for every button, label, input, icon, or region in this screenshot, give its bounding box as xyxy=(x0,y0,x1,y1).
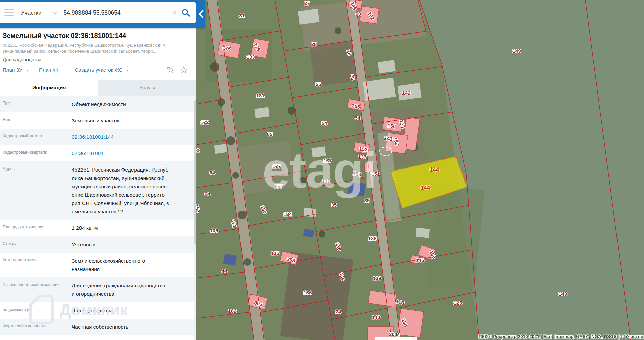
info-label: Вид: xyxy=(0,112,69,129)
menu-icon[interactable] xyxy=(4,9,14,16)
parcel-label[interactable]: 28 xyxy=(311,41,317,47)
parcel-label[interactable]: 55 xyxy=(316,81,321,87)
info-label: Разрешенное использование: xyxy=(0,277,69,302)
parcel-label[interactable]: 156 xyxy=(387,122,396,129)
info-value: 452251, Российская Федерация, Респуб лик… xyxy=(69,161,196,220)
scale-label: 30 м xyxy=(389,331,400,337)
search-input[interactable] xyxy=(63,9,173,17)
plan-preview-icon[interactable] xyxy=(167,66,174,74)
parcel-label[interactable]: 64 xyxy=(210,169,215,175)
info-row: Разрешенное использование:Для ведения гр… xyxy=(0,277,196,302)
parcel-label[interactable]: 138 xyxy=(368,235,376,241)
info-row: Категория земель:Земли сельскохозяйствен… xyxy=(0,253,196,277)
page-title: Земельный участок 02:36:181001:144 xyxy=(3,32,194,40)
parcel-label[interactable]: 134 xyxy=(283,211,292,217)
search-icon[interactable] xyxy=(181,8,190,17)
parcel-label[interactable]: 145 xyxy=(416,257,424,263)
collapse-panel-icon[interactable] xyxy=(198,8,204,20)
parcel-label-selected[interactable]: 144 xyxy=(430,166,439,173)
info-value: Объект недвижимости xyxy=(69,96,196,112)
parcel-label[interactable]: 31 xyxy=(239,13,245,18)
map-attribution: ПКК © Росреестр 2010-2021 | Esri, Interm… xyxy=(479,334,643,339)
info-label: по документу: xyxy=(0,302,69,319)
parcel-label[interactable]: 143 xyxy=(384,135,393,142)
info-value-link[interactable]: 02:36:181001 xyxy=(69,145,196,161)
sidebar-scrollbar[interactable] xyxy=(194,95,196,340)
info-value: 00.00.0000 xyxy=(69,335,196,340)
info-value: Частная собственность xyxy=(69,319,196,335)
parcel-label[interactable]: 181 xyxy=(256,93,264,98)
parcel-label-selected[interactable]: 144 xyxy=(421,185,430,191)
parcel-label[interactable]: 133 xyxy=(246,54,255,60)
search-card: Участки × xyxy=(0,2,196,23)
info-row: Адрес:452251, Российская Федерация, Респ… xyxy=(0,161,196,220)
parcel-label[interactable]: 172 xyxy=(200,119,209,125)
parcel-label[interactable]: 142 xyxy=(402,90,410,96)
info-value: Земельный участок xyxy=(69,112,196,129)
info-row: Тип:Объект недвижимости xyxy=(0,96,196,112)
info-table: Тип:Объект недвижимостиВид:Земельный уча… xyxy=(0,96,196,335)
create-parcel-link[interactable]: Создать участок ЖС → xyxy=(75,67,129,73)
parcel-label[interactable]: 140 xyxy=(372,314,380,320)
parcel-label[interactable]: 139 xyxy=(373,275,381,281)
info-row: Площадь уточненная:1 284 кв. м xyxy=(0,220,196,236)
tab-services[interactable]: Услуги xyxy=(98,80,197,96)
parcel-label[interactable]: 35 xyxy=(331,202,337,208)
info-row: Статус:Учтенный xyxy=(0,236,196,253)
parcel-label[interactable]: 64 xyxy=(205,191,210,197)
info-label: Площадь уточненная: xyxy=(0,220,69,236)
plan-kk-link[interactable]: План КК → xyxy=(39,67,65,73)
search-category-dropdown[interactable]: Участки xyxy=(21,10,42,16)
purpose-text: Для садоводства xyxy=(3,57,194,62)
etagi-watermark: etagi xyxy=(262,142,376,198)
info-row: по документу:Для садоводства xyxy=(0,302,196,319)
parcel-label[interactable]: 54 xyxy=(355,115,361,121)
parcel-label[interactable]: 44 xyxy=(222,268,227,274)
clear-search-icon[interactable]: × xyxy=(172,9,177,16)
info-label: Категория земель: xyxy=(0,253,69,277)
info-label: Адрес: xyxy=(0,161,69,220)
info-label: Форма собственности: xyxy=(0,319,69,335)
info-label: Кадастровый номер: xyxy=(0,129,69,145)
address-preview: 452251, Российская Федерация, Республика… xyxy=(3,42,194,54)
parcel-label[interactable]: 182 xyxy=(228,308,236,314)
parcel-label[interactable]: 135 xyxy=(271,250,279,256)
info-label: Статус: xyxy=(0,236,69,253)
plan-zu-link[interactable]: План ЗУ → xyxy=(3,67,29,73)
favorite-star-icon[interactable] xyxy=(180,66,187,74)
action-links: План ЗУ → План КК → Создать участок ЖС → xyxy=(3,67,194,76)
info-row: Кадастровый номер:02:36:181001:144 xyxy=(0,129,196,145)
parcel-label[interactable]: 149 xyxy=(512,48,521,54)
parcel-label[interactable]: 24 xyxy=(336,309,341,314)
info-row-clipped: Дата внесения в ЕГРН: 00.00.0000 xyxy=(0,335,196,340)
parcel-label[interactable]: 106 xyxy=(210,228,218,233)
scrollbar-thumb[interactable] xyxy=(194,100,196,245)
parcel-label[interactable]: 125 xyxy=(453,300,462,306)
info-label: Кадастровый квартал!: xyxy=(0,145,69,161)
panel-tabs: Информация Услуги xyxy=(0,80,196,96)
info-label: Дата внесения в ЕГРН: xyxy=(0,335,69,340)
parcel-label[interactable]: 149 xyxy=(558,291,567,297)
info-row: Форма собственности:Частная собственност… xyxy=(0,319,196,335)
chevron-down-icon[interactable] xyxy=(52,10,57,16)
parcel-label[interactable]: 136 xyxy=(303,290,312,295)
info-value: 1 284 кв. м xyxy=(69,220,196,236)
info-value-link[interactable]: 02:36:181001:144 xyxy=(69,129,196,145)
info-value: Для ведения гражданами садоводства и ого… xyxy=(69,277,196,302)
info-row: Кадастровый квартал!:02:36:181001 xyxy=(0,145,196,161)
parcel-label[interactable]: 54 xyxy=(322,120,327,126)
info-label: Тип: xyxy=(0,96,69,112)
info-value: Учтенный xyxy=(69,236,196,253)
parcel-label[interactable]: 2 xyxy=(197,147,199,153)
parcel-label[interactable]: 60 xyxy=(356,11,361,17)
scale-bar xyxy=(375,337,417,340)
info-row: Вид:Земельный участок xyxy=(0,112,196,129)
parcel-label[interactable]: 65 xyxy=(267,131,273,137)
parcel-info-panel: Земельный участок 02:36:181001:144 45225… xyxy=(0,28,196,340)
parcel-label[interactable]: 27 xyxy=(304,0,310,6)
tab-information[interactable]: Информация xyxy=(0,80,98,96)
search-header: Участки × xyxy=(0,0,205,28)
info-value: Земли сельскохозяйственного назначения xyxy=(69,253,196,277)
parcel-label[interactable]: 35 xyxy=(364,198,370,203)
info-value: Для садоводства xyxy=(69,302,196,319)
